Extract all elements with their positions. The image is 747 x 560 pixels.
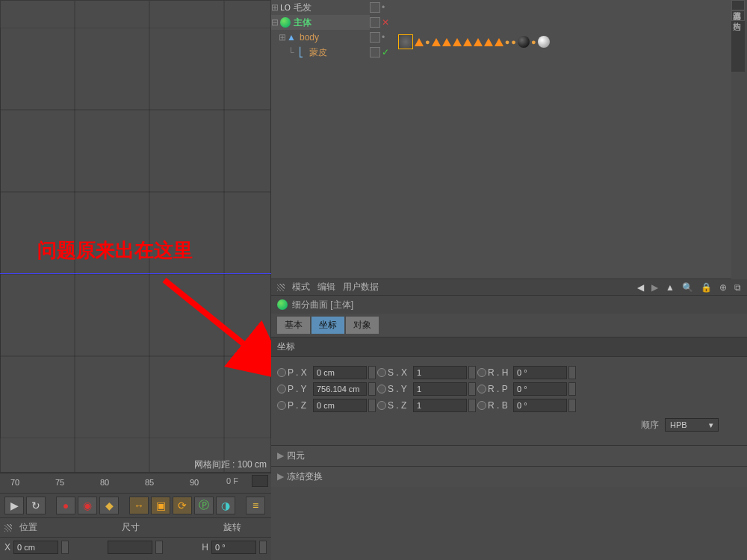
input-sx[interactable]: 1 bbox=[413, 366, 467, 379]
scale-key-button[interactable]: ▣ bbox=[151, 497, 170, 514]
timeline-panel[interactable]: 70 75 80 85 90 0 F ▶ ↻ ● ◉ ◆ ↔ ▣ ⟳ Ⓟ ◑ ≡… bbox=[0, 473, 271, 560]
material-tag-icon[interactable] bbox=[495, 38, 503, 46]
tree-row-skin[interactable]: └ ⎣ 蒙皮 bbox=[271, 45, 370, 60]
new-window-icon[interactable]: ⊕ bbox=[719, 282, 727, 293]
expander-icon[interactable]: ⊞ bbox=[271, 2, 277, 13]
move-key-button[interactable]: ↔ bbox=[129, 497, 149, 514]
spinner[interactable] bbox=[468, 366, 476, 379]
tab-basic[interactable]: 基本 bbox=[277, 317, 310, 334]
material-tag-icon[interactable] bbox=[442, 38, 451, 46]
small-dot-icon[interactable]: ● bbox=[531, 37, 536, 46]
keyframe-toggle[interactable] bbox=[477, 385, 486, 393]
tree-row-hair[interactable]: ⊞ LO 毛发 bbox=[271, 0, 370, 15]
layer-checkbox[interactable] bbox=[370, 47, 380, 57]
flag-row[interactable]: • bbox=[370, 0, 397, 15]
visibility-flags[interactable]: • ✕ • ✓ bbox=[370, 0, 397, 60]
small-dot-icon[interactable]: ● bbox=[505, 37, 510, 46]
layer-checkbox[interactable] bbox=[370, 17, 380, 28]
spinner[interactable] bbox=[61, 541, 69, 554]
enable-icon[interactable]: ✓ bbox=[382, 47, 389, 57]
material-tag-icon[interactable] bbox=[432, 38, 441, 46]
timeline-view-button[interactable]: ≡ bbox=[246, 497, 265, 514]
menu-userdata[interactable]: 用户数据 bbox=[343, 281, 379, 293]
side-tab-construct[interactable]: 构造 bbox=[731, 10, 745, 21]
keyframe-toggle[interactable] bbox=[477, 401, 486, 410]
input-sz[interactable]: 1 bbox=[413, 399, 467, 412]
keyframe-toggle[interactable] bbox=[377, 401, 386, 410]
play-button[interactable]: ▶ bbox=[4, 497, 24, 514]
spinner[interactable] bbox=[468, 382, 476, 396]
attributes-menubar[interactable]: 模式 编辑 用户数据 ◀ ▶ ▲ 🔍 🔒 ⊕ ⧉ bbox=[271, 279, 747, 296]
flag-row[interactable]: ✕ bbox=[370, 15, 397, 30]
autokey-button[interactable]: ◉ bbox=[78, 497, 97, 514]
transport-toolbar[interactable]: ▶ ↻ ● ◉ ◆ ↔ ▣ ⟳ Ⓟ ◑ ≡ bbox=[0, 493, 271, 517]
spinner[interactable] bbox=[568, 382, 576, 396]
tree-row-mainbody[interactable]: ⊟ 主体 bbox=[271, 15, 370, 30]
hierarchy-panel[interactable]: ⊞ LO 毛发 ⊟ 主体 ⊞ ▲ body └ ⎣ 蒙皮 • ✕ • ✓ bbox=[271, 0, 731, 279]
flag-dot[interactable]: • bbox=[382, 2, 385, 13]
material-tag-icon[interactable] bbox=[415, 38, 424, 46]
menu-edit[interactable]: 编辑 bbox=[317, 281, 335, 293]
tree-row-body[interactable]: ⊞ ▲ body bbox=[271, 30, 370, 45]
material-tag-icon[interactable] bbox=[453, 38, 462, 46]
input-px[interactable]: 0 cm bbox=[313, 366, 367, 379]
flag-row[interactable]: • bbox=[370, 30, 397, 45]
tab-coord[interactable]: 坐标 bbox=[311, 317, 344, 334]
input-sy[interactable]: 1 bbox=[413, 382, 467, 396]
frame-input[interactable] bbox=[252, 475, 268, 487]
object-tree[interactable]: ⊞ LO 毛发 ⊟ 主体 ⊞ ▲ body └ ⎣ 蒙皮 bbox=[271, 0, 370, 60]
grip-icon[interactable] bbox=[4, 524, 12, 532]
keyframe-toggle[interactable] bbox=[277, 368, 286, 377]
menu-mode[interactable]: 模式 bbox=[292, 281, 310, 293]
spinner[interactable] bbox=[368, 382, 376, 396]
layer-checkbox[interactable] bbox=[370, 32, 380, 43]
spinner[interactable] bbox=[368, 399, 376, 412]
timeline-ruler[interactable]: 70 75 80 85 90 0 F bbox=[0, 473, 271, 493]
disable-icon[interactable]: ✕ bbox=[382, 17, 389, 28]
keyframe-button[interactable]: ◆ bbox=[99, 497, 119, 514]
spinner[interactable] bbox=[155, 541, 163, 554]
spinner[interactable] bbox=[368, 366, 376, 379]
nav-up-icon[interactable]: ▲ bbox=[666, 282, 675, 293]
input-pz[interactable]: 0 cm bbox=[313, 399, 367, 412]
pin-icon[interactable]: ⧉ bbox=[734, 282, 741, 293]
section-freeze[interactable]: ▶冻结变换 bbox=[271, 466, 747, 487]
input-rb[interactable]: 0 ° bbox=[513, 399, 567, 412]
expander-icon[interactable]: ⊟ bbox=[271, 17, 277, 28]
spinner[interactable] bbox=[468, 399, 476, 412]
flag-row[interactable]: ✓ bbox=[370, 45, 397, 60]
rotation-order-dropdown[interactable]: HPB▾ bbox=[665, 418, 719, 432]
section-quaternion[interactable]: ▶四元 bbox=[271, 445, 747, 466]
param-key-button[interactable]: Ⓟ bbox=[194, 497, 214, 514]
viewport[interactable]: 问题原来出在这里 网格间距 : 100 cm bbox=[0, 0, 271, 473]
spinner[interactable] bbox=[259, 541, 267, 554]
keyframe-toggle[interactable] bbox=[377, 368, 386, 377]
small-dot-icon[interactable]: ● bbox=[425, 37, 430, 46]
material-ball-light-icon[interactable] bbox=[538, 36, 550, 48]
tag-strip[interactable]: ● ● ● ● bbox=[398, 34, 550, 49]
spinner[interactable] bbox=[568, 399, 576, 412]
flag-dot[interactable]: • bbox=[382, 32, 385, 43]
h-input[interactable]: 0 ° bbox=[211, 541, 256, 554]
keyframe-toggle[interactable] bbox=[377, 385, 386, 393]
nav-fwd-icon[interactable]: ▶ bbox=[651, 282, 658, 293]
rotate-key-button[interactable]: ⟳ bbox=[173, 497, 192, 514]
keyframe-toggle[interactable] bbox=[277, 385, 286, 393]
material-tag-icon[interactable] bbox=[463, 38, 472, 46]
pla-key-button[interactable]: ◑ bbox=[216, 497, 235, 514]
search-icon[interactable]: 🔍 bbox=[682, 282, 693, 293]
material-ball-dark-icon[interactable] bbox=[518, 36, 530, 48]
spinner[interactable] bbox=[568, 366, 576, 379]
keyframe-toggle[interactable] bbox=[477, 368, 486, 377]
grip-icon[interactable] bbox=[277, 284, 285, 291]
side-tab-browser[interactable]: 容浏览器 bbox=[731, 0, 745, 10]
input-rp[interactable]: 0 ° bbox=[513, 382, 567, 396]
keyframe-toggle[interactable] bbox=[277, 401, 286, 410]
input-py[interactable]: 756.104 cm bbox=[313, 382, 367, 396]
attributes-panel[interactable]: 模式 编辑 用户数据 ◀ ▶ ▲ 🔍 🔒 ⊕ ⧉ 细分曲面 [主体] 基本 坐标… bbox=[271, 279, 747, 560]
expander-icon[interactable]: ⊞ bbox=[279, 32, 285, 43]
input-rh[interactable]: 0 ° bbox=[513, 366, 567, 379]
record-button[interactable]: ● bbox=[56, 497, 75, 514]
selected-tag-icon[interactable] bbox=[398, 34, 413, 49]
material-tag-icon[interactable] bbox=[474, 38, 483, 46]
